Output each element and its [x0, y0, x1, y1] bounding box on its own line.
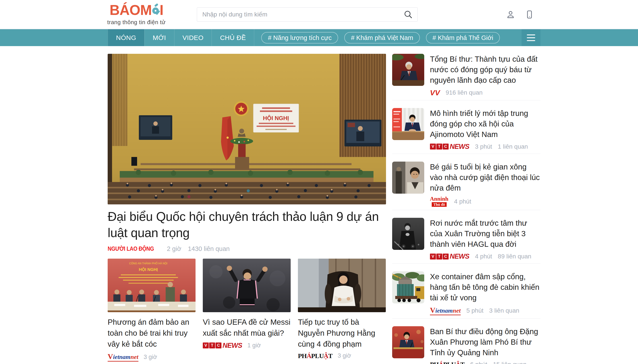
article-time: 4 phút — [475, 253, 492, 260]
article-meta: AnninhThủ đô 4 phút — [430, 196, 540, 207]
article-card[interactable]: Vì sao UEFA đề cử Messi xuất sắc nhất mù… — [203, 258, 291, 362]
article-meta: VV 916 liên quan — [430, 88, 540, 97]
hero-article-image[interactable]: HỘI NGHỊ — [108, 54, 386, 204]
site-header: BÁOMI trang thông tin điện tử — [0, 0, 638, 29]
hamburger-menu-icon — [527, 34, 535, 41]
source-logo-vtc-news[interactable]: VTCNEWS — [430, 252, 469, 260]
article-meta: PHÁPLUẬT 3 giờ — [298, 352, 386, 359]
nav-item-moi[interactable]: MỚI — [144, 29, 174, 46]
hero-article-title[interactable]: Đại biểu Quốc hội chuyên trách thảo luận… — [108, 208, 386, 241]
hero-article-meta: NGƯỜI LAO ĐỘNG 2 giờ 1430 liên quan — [108, 245, 386, 252]
sidebar-article[interactable]: Rơi nước mắt trước tâm thư của Xuân Trườ… — [392, 210, 540, 264]
search-icon — [404, 10, 413, 19]
article-card[interactable]: CÔNG AN THÀNH PHỐ HÀ NỘI HỘI NGHỊ — [108, 258, 196, 362]
nav-item-video[interactable]: VIDEO — [174, 29, 212, 46]
sidebar-article[interactable]: Mô hình triết lý mới tập trung đóng góp … — [392, 100, 540, 154]
featured-column: HỘI NGHỊ — [108, 54, 386, 364]
related-count[interactable]: 916 liên quan — [445, 89, 482, 96]
search-button[interactable] — [399, 10, 417, 19]
tag-pill-kham-pha-viet-nam[interactable]: # Khám phá Việt Nam — [344, 32, 420, 44]
article-thumbnail — [392, 218, 424, 250]
tag-pill-kham-pha-the-gioi[interactable]: # Khám phá Thế Giới — [426, 32, 500, 44]
article-card[interactable]: Tiếp tục truy tố bà Nguyễn Phương Hằng c… — [298, 258, 386, 362]
article-title[interactable]: Phương án đảm bảo an toàn cho bé trai kh… — [108, 316, 196, 349]
site-logo[interactable]: BÁOMI trang thông tin điện tử — [108, 3, 165, 26]
article-thumbnail — [392, 108, 424, 140]
search-input[interactable] — [197, 11, 399, 18]
source-logo-phap-luat[interactable]: PHÁPLUẬT — [430, 361, 464, 364]
source-logo-vietnamnet[interactable]: Vietnamnet — [108, 352, 138, 362]
site-tagline: trang thông tin điện tử — [107, 19, 166, 26]
source-logo-vov[interactable]: VV — [430, 88, 440, 97]
article-title[interactable]: Rơi nước mắt trước tâm thư của Xuân Trườ… — [430, 218, 540, 250]
hero-sign-text: HỘI NGHỊ — [263, 115, 289, 122]
article-title[interactable]: Tiếp tục truy tố bà Nguyễn Phương Hằng c… — [298, 316, 386, 349]
source-logo-phap-luat[interactable]: PHÁPLUẬT — [298, 352, 332, 359]
article-meta: Vietnamnet 5 phút 3 liên quan — [430, 306, 540, 315]
logo-wordmark: BÁOMI — [110, 3, 163, 17]
article-time: 2 giờ — [167, 245, 181, 252]
source-logo-vtc-news[interactable]: VTCNEWS — [203, 342, 242, 350]
article-time: 1 giờ — [247, 342, 261, 349]
nav-item-nong[interactable]: NÓNG — [108, 29, 144, 46]
nav-item-chu-de[interactable]: CHỦ ĐỀ — [212, 29, 254, 46]
sidebar-article[interactable]: Xe container đâm sập cổng, hàng tấn bê t… — [392, 264, 540, 318]
article-time: 3 giờ — [144, 354, 157, 360]
source-logo-vtc-news[interactable]: VTCNEWS — [430, 143, 469, 150]
tag-pill-group: # Năng lượng tích cực # Khám phá Việt Na… — [261, 29, 500, 46]
article-title[interactable]: Mô hình triết lý mới tập trung đóng góp … — [430, 108, 540, 140]
article-thumbnail — [392, 271, 424, 304]
related-count[interactable]: 15 liên quan — [493, 361, 527, 364]
main-nav: NÓNG MỚI VIDEO CHỦ ĐỀ # Năng lượng tích … — [0, 29, 638, 46]
mobile-app-button[interactable] — [525, 10, 534, 19]
article-meta: Vietnamnet 3 giờ — [108, 352, 196, 362]
article-thumbnail — [392, 54, 424, 86]
sidebar-article[interactable]: Bé gái 5 tuổi bị kẻ gian xông vào nhà cư… — [392, 154, 540, 210]
related-count[interactable]: 89 liên quan — [498, 253, 531, 260]
article-title[interactable]: Bé gái 5 tuổi bị kẻ gian xông vào nhà cư… — [430, 162, 540, 193]
article-meta: VTCNEWS 3 phút 1 liên quan — [430, 143, 540, 150]
related-count[interactable]: 1430 liên quan — [188, 245, 230, 252]
user-icon — [506, 10, 515, 19]
card-banner-title-text: HỘI NGHỊ — [139, 267, 158, 272]
sidebar-article[interactable]: Ban Bí thư điều động ông Đặng Xuân Phươn… — [392, 318, 540, 364]
main-content: HỘI NGHỊ — [108, 54, 540, 364]
article-title[interactable]: Xe container đâm sập cổng, hàng tấn bê t… — [430, 271, 540, 303]
hamburger-menu-button[interactable] — [521, 29, 540, 46]
latest-news-sidebar: Tổng Bí thư: Thành tựu của đất nước có đ… — [392, 54, 540, 364]
logo-text-left: BÁOM — [110, 3, 152, 17]
search-bar — [197, 8, 418, 22]
source-logo-an-ninh-thu-do[interactable]: AnninhThủ đô — [430, 196, 448, 207]
source-logo-vietnamnet[interactable]: Vietnamnet — [430, 306, 461, 315]
clock-check-icon — [152, 8, 159, 14]
article-meta: PHÁPLUẬT 6 phút 15 liên quan — [430, 361, 540, 364]
article-thumbnail — [298, 258, 386, 312]
article-thumbnail — [203, 258, 291, 312]
tag-pill-nang-luong-tich-cuc[interactable]: # Năng lượng tích cực — [261, 32, 338, 44]
smartphone-icon — [525, 10, 534, 19]
article-time: 5 phút — [466, 307, 483, 314]
article-time: 6 phút — [470, 361, 487, 364]
article-time: 4 phút — [454, 198, 471, 205]
related-count[interactable]: 1 liên quan — [498, 143, 528, 150]
article-meta: VTCNEWS 4 phút 89 liên quan — [430, 252, 540, 260]
article-title[interactable]: Tổng Bí thư: Thành tựu của đất nước có đ… — [430, 54, 540, 86]
article-card-row: CÔNG AN THÀNH PHỐ HÀ NỘI HỘI NGHỊ — [108, 258, 386, 362]
account-button[interactable] — [506, 10, 515, 19]
article-title[interactable]: Vì sao UEFA đề cử Messi xuất sắc nhất mù… — [203, 316, 291, 338]
related-count[interactable]: 3 liên quan — [489, 307, 519, 314]
article-time: 3 phút — [475, 143, 492, 150]
card-banner-top-text: CÔNG AN THÀNH PHỐ HÀ NỘI — [129, 262, 167, 265]
article-thumbnail — [392, 162, 424, 194]
source-logo-nguoi-lao-dong[interactable]: NGƯỜI LAO ĐỘNG — [108, 246, 154, 252]
article-thumbnail: CÔNG AN THÀNH PHỐ HÀ NỘI HỘI NGHỊ — [108, 258, 196, 312]
article-meta: VTCNEWS 1 giờ — [203, 342, 291, 350]
sidebar-article[interactable]: Tổng Bí thư: Thành tựu của đất nước có đ… — [392, 54, 540, 100]
article-title[interactable]: Ban Bí thư điều động ông Đặng Xuân Phươn… — [430, 326, 540, 358]
article-time: 3 giờ — [338, 352, 351, 359]
header-icon-group — [506, 10, 540, 19]
article-thumbnail — [392, 326, 424, 358]
